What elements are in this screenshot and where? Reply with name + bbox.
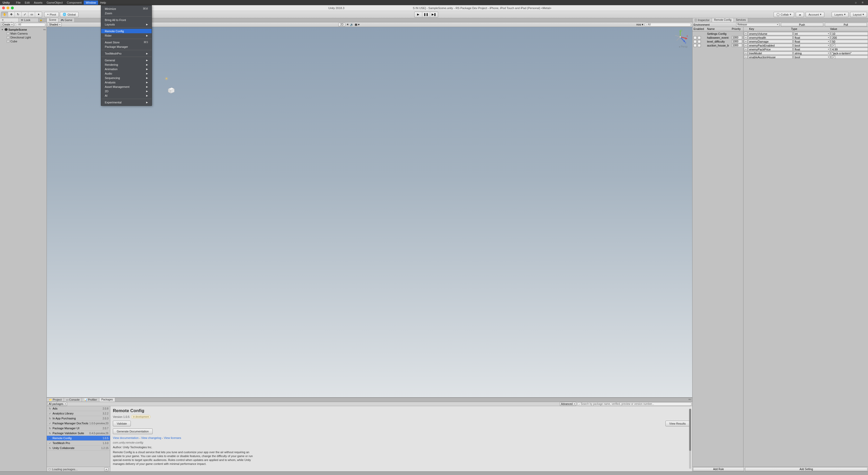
setting-value-input[interactable]: "jack-o-lantern"	[831, 52, 868, 55]
menu-item-experimental[interactable]: Experimental▶	[101, 100, 152, 104]
view-results-button[interactable]: View Results	[665, 421, 690, 427]
setting-key-input[interactable]: enemyPackPrice	[748, 47, 793, 51]
setting-value-input[interactable]: 10	[831, 32, 868, 35]
setting-checkbox[interactable]: ✓	[832, 44, 835, 47]
tab-lookdev[interactable]: 👁 Look Dev	[19, 18, 38, 22]
view-licenses-link[interactable]: View licenses	[164, 436, 181, 439]
step-button[interactable]: ▶❚	[430, 12, 438, 17]
rule-row[interactable]: Settings Config	[692, 32, 743, 36]
panel-menu-icon[interactable]: ▾≡	[687, 398, 692, 402]
tab-hierarchy[interactable]: ≡ Hierarchy	[0, 18, 19, 22]
package-row[interactable]: ✓Package Manager DocTools1.0.0-preview.2…	[47, 421, 110, 426]
account-button[interactable]: Account▾	[806, 12, 824, 17]
remove-setting-button[interactable]: −	[744, 47, 748, 51]
rule-priority-input[interactable]	[732, 40, 742, 43]
add-setting-button[interactable]: Add Setting	[745, 467, 867, 471]
light-gizmo-icon[interactable]: ☀	[164, 76, 168, 81]
setting-checkbox[interactable]: ✓	[832, 56, 835, 59]
menu-item-animation[interactable]: Animation▶	[101, 67, 152, 71]
remove-setting-button[interactable]: −	[744, 32, 748, 35]
setting-type-dropdown[interactable]: float	[794, 36, 830, 39]
search-icon[interactable]: ⌕	[855, 1, 859, 4]
layout-button[interactable]: Layout▾	[850, 12, 867, 17]
menu-item-textmeshpro[interactable]: TextMeshPro▶	[101, 51, 152, 56]
rule-enable-checkbox-2[interactable]	[698, 40, 701, 43]
tab-inspector[interactable]: ⓘ Inspector	[692, 18, 712, 22]
combined-tool[interactable]: ✦	[35, 12, 42, 17]
add-rule-button[interactable]: Add Rule	[693, 467, 744, 471]
menu-item-audio[interactable]: Audio▶	[101, 71, 152, 76]
detail-scrollbar[interactable]	[689, 409, 691, 469]
tab-game[interactable]: 🎮 Game	[59, 18, 74, 22]
setting-value-input[interactable]: 50	[831, 40, 868, 43]
cube-in-scene[interactable]	[166, 86, 175, 94]
menu-help[interactable]: Help	[98, 1, 108, 5]
menu-item-asset-store[interactable]: Asset Store⌘9	[101, 40, 152, 44]
menu-item-minimize[interactable]: Minimize⌘M	[101, 6, 152, 11]
hierarchy-search[interactable]: All	[15, 23, 45, 27]
fx-toggle[interactable]: ▦ ▾	[355, 23, 360, 26]
setting-value-input[interactable]: 4.99	[831, 47, 868, 51]
rule-priority-input[interactable]	[732, 36, 742, 39]
setting-type-dropdown[interactable]: float	[794, 47, 830, 51]
pivot-button[interactable]: ⌖Pivot	[44, 12, 59, 17]
package-row[interactable]: ✓TextMesh Pro1.3.0	[47, 441, 110, 446]
setting-key-input[interactable]: enableAuctionHouse	[748, 55, 793, 59]
minimize-icon[interactable]	[6, 6, 9, 9]
cloud-button[interactable]: ☁	[796, 12, 804, 17]
rule-enable-checkbox-2[interactable]	[698, 44, 701, 47]
audio-toggle[interactable]: 🔊	[350, 23, 354, 26]
remove-setting-button[interactable]: −	[744, 52, 748, 55]
remove-setting-button[interactable]: −	[744, 36, 748, 39]
menu-assets[interactable]: Assets	[32, 1, 44, 5]
package-row[interactable]: ↻Unity Collaborate1.2.15	[47, 446, 110, 450]
rule-enable-checkbox[interactable]	[693, 40, 696, 43]
rule-priority-input[interactable]	[732, 44, 742, 47]
panel-menu-icon[interactable]: 🔒 ▾≡	[38, 18, 46, 22]
rule-row[interactable]: auction_house_b	[692, 43, 743, 47]
gizmos-dropdown[interactable]: nos ▾	[636, 23, 643, 26]
menu-item-rider[interactable]: Rider▶	[101, 33, 152, 38]
generate-doc-button[interactable]: Generate Documentation	[113, 429, 153, 434]
package-row[interactable]: ↻Package Validation Suite0.4.0-preview.2…	[47, 431, 110, 436]
menu-item-sequencing[interactable]: Sequencing▶	[101, 76, 152, 80]
menu-item-bring-all-to-front[interactable]: Bring All to Front	[101, 18, 152, 22]
pull-button[interactable]: Pull	[825, 23, 867, 27]
package-row[interactable]: ↻In App Purchasing2.0.3	[47, 416, 110, 421]
menu-item-zoom[interactable]: Zoom	[101, 11, 152, 15]
global-button[interactable]: 🌐Global	[60, 12, 79, 17]
menu-item-rendering[interactable]: Rendering▶	[101, 62, 152, 67]
play-button[interactable]: ▶	[414, 12, 422, 17]
close-icon[interactable]	[2, 6, 5, 9]
setting-type-dropdown[interactable]: bool	[794, 44, 830, 47]
collab-button[interactable]: ◯Collab▾	[774, 12, 794, 17]
pkg-advanced-dropdown[interactable]: Advanced	[560, 402, 576, 406]
menu-item-remote-config[interactable]: Remote Config	[101, 29, 152, 33]
menu-gameobject[interactable]: GameObject	[44, 1, 65, 5]
setting-key-input[interactable]: enemyPackEnabled	[748, 44, 793, 47]
menu-window[interactable]: Window	[84, 1, 98, 5]
setting-type-dropdown[interactable]: float	[794, 40, 830, 43]
pause-button[interactable]: ❚❚	[422, 12, 430, 17]
rule-enable-checkbox[interactable]	[693, 36, 696, 39]
remove-setting-button[interactable]: −	[744, 44, 748, 47]
menu-item-asset-management[interactable]: Asset Management▶	[101, 84, 152, 89]
setting-type-dropdown[interactable]: int	[794, 32, 830, 35]
orientation-gizmo[interactable]: y x z	[673, 29, 688, 45]
rule-row[interactable]: level_difficulty	[692, 39, 743, 43]
tab-profiler[interactable]: 📊 Profiler	[82, 398, 99, 402]
tab-scene[interactable]: Scene	[47, 18, 59, 22]
scene-search[interactable]: All	[644, 23, 691, 27]
view-changelog-link[interactable]: View changelog	[141, 436, 161, 439]
env-dropdown[interactable]: Release	[736, 23, 779, 27]
maximize-icon[interactable]	[11, 6, 14, 9]
menu-file[interactable]: File	[14, 1, 23, 5]
package-row[interactable]: ✓Analytics Library3.2.2	[47, 411, 110, 416]
menu-item-ai[interactable]: AI▶	[101, 93, 152, 98]
scale-tool[interactable]: ⤢	[22, 12, 28, 17]
hierarchy-item[interactable]: Main Camera	[1, 31, 46, 35]
menu-item-analysis[interactable]: Analysis▶	[101, 80, 152, 84]
tab-project[interactable]: 📁 Project	[47, 398, 64, 402]
hierarchy-item[interactable]: Cube	[1, 39, 46, 43]
validate-button[interactable]: Validate	[113, 421, 131, 427]
